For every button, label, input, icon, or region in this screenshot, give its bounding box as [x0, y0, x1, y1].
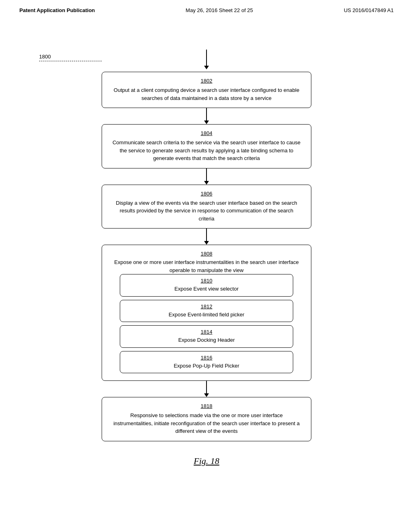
box-1814-text: Expose Docking Header — [178, 337, 235, 343]
box-1806-number: 1806 — [112, 191, 301, 197]
box-1810: 1810 Expose Event view selector — [120, 274, 293, 297]
box-1810-number: 1810 — [127, 278, 286, 284]
arrow-1802-1804 — [204, 108, 209, 124]
header-right: US 2016/0147849 A1 — [344, 7, 394, 13]
box-1816: 1816 Expose Pop-Up Field Picker — [120, 351, 293, 374]
main-content: 1800 1802 Output at a client computing d… — [0, 17, 413, 482]
header-left: Patent Application Publication — [19, 7, 95, 13]
arrow-line — [206, 229, 207, 241]
box-1818-text: Responsive to selections made via the on… — [113, 412, 300, 434]
start-entry: 1800 — [102, 50, 311, 72]
box-1816-text: Expose Pop-Up Field Picker — [174, 363, 240, 369]
box-1808-text: Expose one or more user interface instru… — [114, 259, 298, 273]
arrow-1808-1818 — [204, 381, 209, 397]
box-1812-number: 1812 — [127, 303, 286, 310]
arrow-head — [204, 241, 209, 245]
box-1804: 1804 Communicate search criteria to the … — [102, 124, 311, 168]
box-1812-text: Expose Event-limited field picker — [169, 312, 244, 318]
arrow-head — [204, 121, 209, 124]
box-1810-text: Expose Event view selector — [175, 286, 239, 292]
arrow-head — [204, 181, 209, 185]
flow-diagram: 1800 1802 Output at a client computing d… — [32, 50, 381, 441]
box-1818-number: 1818 — [112, 403, 301, 409]
box-1812: 1812 Expose Event-limited field picker — [120, 300, 293, 322]
box-1808-number: 1808 — [109, 251, 304, 257]
entry-arrow — [204, 50, 209, 72]
box-1808: 1808 Expose one or more user interface i… — [102, 245, 311, 381]
box-1802-number: 1802 — [112, 78, 301, 84]
header-center: May 26, 2016 Sheet 22 of 25 — [186, 7, 253, 13]
box-1816-number: 1816 — [127, 355, 286, 361]
box-1814-number: 1814 — [127, 329, 286, 335]
arrow-head — [204, 393, 209, 397]
box-1802: 1802 Output at a client computing device… — [102, 72, 311, 108]
arrow-1804-1806 — [204, 168, 209, 185]
figure-caption: Fig. 18 — [32, 456, 381, 466]
box-1802-text: Output at a client computing device a se… — [114, 87, 299, 101]
box-1814: 1814 Expose Docking Header — [120, 325, 293, 348]
dashed-connector — [39, 61, 102, 61]
box-1806-text: Display a view of the events via the sea… — [116, 200, 297, 222]
arrow-line — [206, 381, 207, 393]
entry-arrow-line — [206, 50, 207, 66]
box-1818: 1818 Responsive to selections made via t… — [102, 397, 311, 441]
page-header: Patent Application Publication May 26, 2… — [0, 0, 413, 17]
arrow-1806-1808 — [204, 229, 209, 245]
box-1806: 1806 Display a view of the events via th… — [102, 185, 311, 229]
entry-arrow-head — [204, 66, 209, 69]
figure-label: Fig. 18 — [194, 456, 219, 466]
arrow-line — [206, 168, 207, 181]
sub-boxes-container: 1810 Expose Event view selector 1812 Exp… — [109, 274, 304, 373]
arrow-line — [206, 108, 207, 121]
box-1804-text: Communicate search criteria to the servi… — [113, 139, 300, 161]
start-label: 1800 — [39, 54, 51, 60]
box-1804-number: 1804 — [112, 130, 301, 136]
